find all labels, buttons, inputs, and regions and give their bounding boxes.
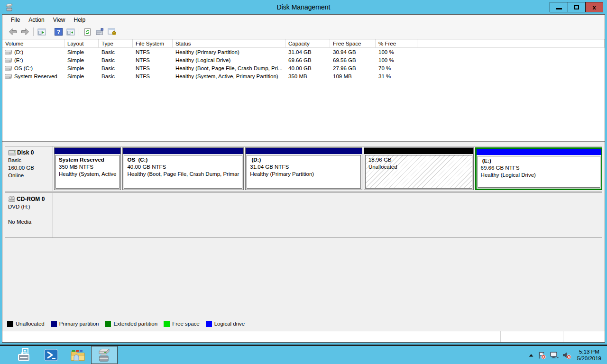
- file-system-cell: NTFS: [133, 57, 173, 63]
- disk-rows: Disk 0Basic160.00 GBOnlineSystem Reserve…: [5, 146, 602, 239]
- legend-label: Unallocated: [16, 321, 45, 327]
- partition-color-bar: [246, 148, 362, 154]
- status-cell: Healthy (Primary Partition): [173, 49, 285, 55]
- layout-cell: Simple: [64, 73, 99, 79]
- volume-list-header: VolumeLayoutTypeFile SystemStatusCapacit…: [2, 39, 605, 48]
- type-cell: Basic: [99, 49, 133, 55]
- volume-name: (D:): [14, 49, 23, 55]
- volume-row[interactable]: OS (C:)SimpleBasicNTFSHealthy (Boot, Pag…: [2, 64, 605, 72]
- pct-free-cell: 100 %: [376, 49, 417, 55]
- tray-expand-icon[interactable]: [528, 353, 534, 357]
- maximize-icon: [574, 5, 579, 9]
- partition-status: Healthy (System, Active: [59, 171, 116, 178]
- file-system-cell: NTFS: [133, 73, 173, 79]
- column-header-free[interactable]: % Free: [376, 39, 417, 48]
- disk-management-icon: [96, 347, 112, 363]
- column-header-spacer[interactable]: [417, 39, 605, 48]
- clock-time: 5:13 PM: [577, 348, 601, 355]
- volume-row[interactable]: System ReservedSimpleBasicNTFSHealthy (S…: [2, 72, 605, 80]
- menu-view[interactable]: View: [49, 15, 70, 25]
- partition-body: 18.96 GBUnallocated: [365, 155, 472, 189]
- menu-file[interactable]: File: [7, 15, 24, 25]
- status-bar-segment: [563, 331, 605, 342]
- action-center-flag-icon[interactable]: [537, 351, 546, 359]
- volume-muted-icon[interactable]: [562, 351, 571, 359]
- console-tree-icon[interactable]: [36, 26, 48, 37]
- partition-block-unallocated[interactable]: 18.96 GBUnallocated: [364, 147, 474, 190]
- menu-help[interactable]: Help: [70, 15, 90, 25]
- legend-item-extended-partition: Extended partition: [105, 321, 157, 327]
- column-header-free-space[interactable]: Free Space: [330, 39, 376, 48]
- status-bar-main-segment: [2, 331, 500, 342]
- back-icon[interactable]: [7, 26, 19, 37]
- free-space-cell: 109 MB: [330, 73, 376, 79]
- partition-color-bar: [123, 148, 243, 154]
- title-bar[interactable]: Disk Management x: [0, 0, 607, 14]
- partition-color-bar: [477, 149, 602, 155]
- properties-icon[interactable]: [93, 26, 106, 37]
- clock-date: 5/20/2019: [577, 355, 601, 362]
- cdrom-icon: [8, 196, 16, 202]
- partition-body: OS (C:)40.00 GB NTFSHealthy (Boot, Page …: [124, 155, 242, 189]
- disk-row-disk-0: Disk 0Basic160.00 GBOnlineSystem Reserve…: [5, 146, 602, 191]
- partition-color-bar: [364, 148, 473, 154]
- column-header-capacity[interactable]: Capacity: [285, 39, 330, 48]
- help-icon[interactable]: ?: [52, 26, 64, 37]
- maximize-button[interactable]: [568, 2, 585, 12]
- powershell-taskbar-button[interactable]: [38, 346, 64, 364]
- server-manager-icon: [17, 347, 33, 363]
- column-header-type[interactable]: Type: [99, 39, 133, 48]
- partition-strip: [53, 193, 602, 237]
- file-explorer-taskbar-button[interactable]: [64, 346, 91, 364]
- partition-status: Healthy (Logical Drive): [481, 172, 598, 179]
- status-cell: Healthy (Boot, Page File, Crash Dump, Pr…: [173, 65, 285, 71]
- legend-swatch: [7, 321, 13, 327]
- legend-label: Extended partition: [113, 321, 157, 327]
- column-header-volume[interactable]: Volume: [2, 39, 64, 48]
- show-hide-icon[interactable]: [64, 26, 77, 37]
- volume-row[interactable]: (D:)SimpleBasicNTFSHealthy (Primary Part…: [2, 48, 605, 56]
- disk-label[interactable]: CD-ROM 0DVD (H:) No Media: [5, 193, 53, 237]
- type-cell: Basic: [99, 73, 133, 79]
- forward-icon[interactable]: [19, 26, 31, 37]
- partition-block-system-reserved[interactable]: System Reserved350 MB NTFSHealthy (Syste…: [54, 147, 121, 190]
- column-header-layout[interactable]: Layout: [64, 39, 99, 48]
- minimize-button[interactable]: [550, 2, 568, 12]
- volume-cell: (E:): [2, 57, 64, 63]
- status-cell: Healthy (System, Active, Primary Partiti…: [173, 73, 285, 79]
- volume-list-body: (D:)SimpleBasicNTFSHealthy (Primary Part…: [2, 48, 605, 80]
- partition-name: OS (C:): [127, 156, 239, 164]
- column-header-status[interactable]: Status: [173, 39, 285, 48]
- disk-row-cd-rom-0: CD-ROM 0DVD (H:) No Media: [5, 192, 602, 238]
- volume-list-pane: VolumeLayoutTypeFile SystemStatusCapacit…: [2, 39, 605, 142]
- layout-cell: Simple: [64, 49, 99, 55]
- system-tray: 5:13 PM 5/20/2019: [528, 348, 607, 362]
- close-button[interactable]: x: [585, 2, 603, 12]
- network-icon[interactable]: [550, 351, 559, 359]
- column-header-file-system[interactable]: File System: [133, 39, 173, 48]
- volume-row[interactable]: (E:)SimpleBasicNTFSHealthy (Logical Driv…: [2, 56, 605, 64]
- partition-block-os-c[interactable]: OS (C:)40.00 GB NTFSHealthy (Boot, Page …: [122, 147, 244, 190]
- server-manager-taskbar-button[interactable]: [11, 346, 38, 364]
- disk-label[interactable]: Disk 0Basic160.00 GBOnline: [5, 146, 53, 191]
- legend-label: Logical drive: [214, 321, 245, 327]
- disk-title: Disk 0: [8, 149, 50, 156]
- capacity-cell: 40.00 GB: [285, 65, 330, 71]
- disk-management-taskbar-button[interactable]: [91, 346, 118, 364]
- file-system-cell: NTFS: [133, 65, 173, 71]
- type-cell: Basic: [99, 65, 133, 71]
- partition-color-bar: [55, 148, 120, 154]
- rescan-icon[interactable]: [106, 26, 118, 37]
- free-space-cell: 30.94 GB: [330, 49, 376, 55]
- disk-title: CD-ROM 0: [8, 195, 50, 203]
- file-system-cell: NTFS: [133, 49, 173, 55]
- partition-size: 18.96 GB: [368, 156, 469, 164]
- menu-action[interactable]: Action: [24, 15, 48, 25]
- partition-block-e[interactable]: (E:)69.66 GB NTFSHealthy (Logical Drive): [475, 147, 602, 190]
- taskbar-clock[interactable]: 5:13 PM 5/20/2019: [575, 348, 601, 362]
- partition-size: 31.04 GB NTFS: [250, 164, 358, 171]
- volume-name: OS (C:): [14, 65, 33, 71]
- file-explorer-icon: [70, 347, 86, 363]
- refresh-icon[interactable]: [81, 26, 93, 37]
- partition-block-d[interactable]: (D:)31.04 GB NTFSHealthy (Primary Partit…: [245, 147, 362, 190]
